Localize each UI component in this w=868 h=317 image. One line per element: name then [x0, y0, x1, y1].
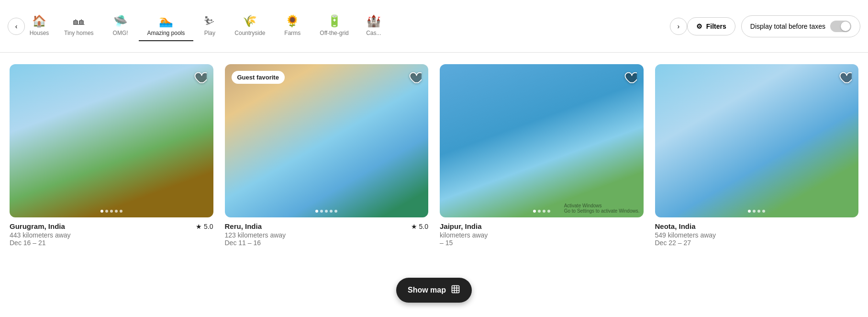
dot-2: [753, 210, 756, 213]
dot-4: [547, 210, 550, 213]
wishlist-heart-button[interactable]: [193, 71, 207, 86]
filters-label: Filters: [706, 23, 726, 30]
card-location-row: Reru, India ★ 5.0: [225, 222, 429, 230]
nav-category-play[interactable]: ⛷ Play: [195, 11, 224, 41]
nav-category-castles[interactable]: 🏰 Cas...: [359, 11, 388, 41]
card-location-row: Gurugram, India ★ 5.0: [10, 222, 213, 230]
card-image: Activate WindowsGo to Settings to activa…: [440, 64, 644, 217]
dot-2: [105, 210, 108, 213]
card-info: Neota, India 549 kilometers away Dec 22 …: [655, 217, 859, 249]
houses-label: Houses: [30, 30, 49, 36]
card-rating: ★ 5.0: [411, 223, 428, 230]
guest-favorite-badge: Guest favorite: [232, 71, 285, 84]
card-location: Jaipur, India: [440, 222, 482, 230]
wishlist-heart-button[interactable]: [838, 71, 852, 86]
countryside-icon: 🌾: [243, 15, 257, 27]
tiny-homes-label: Tiny homes: [64, 30, 94, 36]
omg-label: OMG!: [113, 30, 128, 36]
card-distance: kilometers away: [440, 231, 644, 239]
dot-1: [748, 210, 751, 213]
show-map-label: Show map: [408, 286, 446, 287]
amazing-pools-label: Amazing pools: [147, 30, 185, 36]
play-icon: ⛷: [204, 15, 215, 27]
card-location: Gurugram, India: [10, 222, 65, 230]
card-distance: 549 kilometers away: [655, 231, 859, 239]
card-distance: 123 kilometers away: [225, 231, 429, 239]
toggle-switch[interactable]: [830, 21, 851, 32]
dot-4: [762, 210, 765, 213]
off-the-grid-label: Off-the-grid: [320, 30, 348, 36]
card-rating: ★ 5.0: [196, 223, 213, 230]
nav-category-houses[interactable]: 🏠 Houses: [25, 11, 54, 41]
nav-category-amazing-pools[interactable]: 🏊 Amazing pools: [139, 11, 194, 41]
dot-3: [325, 210, 328, 213]
nav-category-tiny-homes[interactable]: 🏘 Tiny homes: [56, 11, 102, 41]
nav-categories: 🏠 Houses 🏘 Tiny homes 🛸 OMG! 🏊 Amazing p…: [25, 11, 670, 41]
card-location: Neota, India: [655, 222, 696, 230]
castles-icon: 🏰: [367, 15, 381, 27]
dot-1: [315, 210, 318, 213]
svg-rect-0: [452, 286, 459, 287]
card-distance: 443 kilometers away: [10, 231, 213, 239]
show-map-button[interactable]: Show map: [396, 278, 472, 287]
card-location-row: Jaipur, India: [440, 222, 644, 230]
dot-3: [543, 210, 545, 213]
dot-4: [115, 210, 118, 213]
dot-3: [110, 210, 113, 213]
wishlist-heart-button[interactable]: [623, 71, 637, 86]
omg-icon: 🛸: [113, 15, 128, 27]
nav-left-arrow[interactable]: ‹: [8, 18, 25, 35]
play-label: Play: [204, 30, 215, 36]
nav-category-countryside[interactable]: 🌾 Countryside: [226, 11, 274, 41]
card-info: Reru, India ★ 5.0 123 kilometers away De…: [225, 217, 429, 249]
image-dots: [100, 210, 122, 213]
houses-icon: 🏠: [32, 15, 46, 27]
listing-card-3[interactable]: Activate WindowsGo to Settings to activa…: [440, 64, 644, 249]
top-nav: ‹ 🏠 Houses 🏘 Tiny homes 🛸 OMG! 🏊 Amazing…: [0, 0, 868, 53]
listing-card-1[interactable]: Gurugram, India ★ 5.0 443 kilometers awa…: [10, 64, 213, 249]
main-content: Gurugram, India ★ 5.0 443 kilometers awa…: [0, 53, 868, 287]
dot-2: [538, 210, 541, 213]
display-taxes-toggle[interactable]: Display total before taxes: [741, 15, 860, 37]
watermark: Activate WindowsGo to Settings to activa…: [564, 203, 640, 214]
card-dates: Dec 11 – 16: [225, 239, 429, 247]
display-taxes-label: Display total before taxes: [750, 23, 825, 30]
card-dates: Dec 22 – 27: [655, 239, 859, 247]
listing-card-2[interactable]: Guest favorite Reru, India ★ 5.0 123 kil…: [225, 64, 429, 249]
dot-3: [757, 210, 760, 213]
image-dots: [748, 210, 765, 213]
image-dots: [533, 210, 550, 213]
nav-right-arrow[interactable]: ›: [670, 18, 687, 35]
card-location: Reru, India: [225, 222, 262, 230]
filters-icon: ⚙: [696, 23, 702, 30]
card-image: [655, 64, 859, 217]
nav-category-farms[interactable]: 🌻 Farms: [276, 11, 309, 41]
nav-category-off-the-grid[interactable]: 🔋 Off-the-grid: [311, 11, 357, 41]
image-dots: [315, 210, 337, 213]
card-info: Gurugram, India ★ 5.0 443 kilometers awa…: [10, 217, 213, 249]
card-info: Jaipur, India kilometers away – 15: [440, 217, 644, 249]
farms-icon: 🌻: [285, 15, 300, 27]
dot-2: [320, 210, 323, 213]
listing-card-4[interactable]: Neota, India 549 kilometers away Dec 22 …: [655, 64, 859, 249]
tiny-homes-icon: 🏘: [73, 15, 85, 27]
castles-label: Cas...: [366, 30, 381, 36]
dot-1: [100, 210, 103, 213]
card-dates: Dec 16 – 21: [10, 239, 213, 247]
card-image: [10, 64, 213, 217]
card-location-row: Neota, India: [655, 222, 859, 230]
dot-5: [334, 210, 337, 213]
filters-button[interactable]: ⚙ Filters: [687, 17, 735, 35]
off-the-grid-icon: 🔋: [327, 15, 342, 27]
countryside-label: Countryside: [234, 30, 265, 36]
dot-4: [330, 210, 333, 213]
dot-5: [120, 210, 122, 213]
wishlist-heart-button[interactable]: [408, 71, 422, 86]
card-image: Guest favorite: [225, 64, 429, 217]
dot-1: [533, 210, 536, 213]
nav-category-omg[interactable]: 🛸 OMG!: [104, 11, 137, 41]
amazing-pools-icon: 🏊: [159, 15, 173, 27]
show-map-container: Show map: [396, 278, 472, 287]
nav-right: ⚙ Filters Display total before taxes: [687, 15, 860, 37]
map-icon: [451, 284, 460, 287]
